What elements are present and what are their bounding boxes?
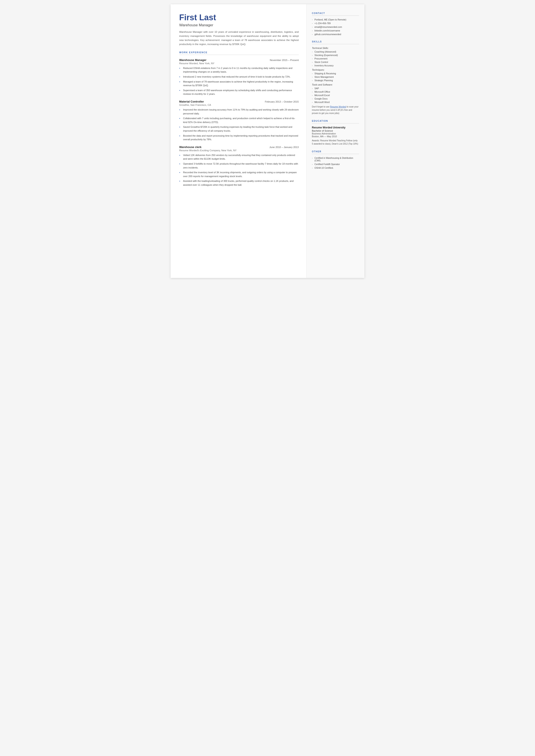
bullet-2-3: Saved Growthsi $720K in quarterly trucki… [179,125,299,133]
skill-shipping-receiving: Shipping & Receiving [312,72,359,75]
bullet-3-4: Assisted with the loading/unloading of 3… [179,179,299,187]
skill-strategic-planning: Strategic Planning [312,79,359,82]
skills-heading: SKILLS [312,40,359,44]
job-dates-1: November 2015 – Present [270,59,299,61]
other-item-2: Certified Forklift Operator [312,163,359,165]
other-item-1: Certified in Warehousing & Distribution … [312,157,359,162]
skill-ms-word: Microsoft Word [312,101,359,103]
skill-sap: SAP [312,87,359,90]
contact-section: CONTACT Portland, ME (Open to Remote) +1… [312,12,359,36]
bullet-3-3: Recorded the inventory level of 3K incom… [179,171,299,178]
contact-location: Portland, ME (Open to Remote) [312,18,359,21]
bullet-2-1: Improved the stockroom issuing accuracy … [179,108,299,115]
skill-coaching: Coaching (Advanced) [312,50,359,53]
job-dates-3: June 2010 – January 2013 [269,146,299,148]
promo-text-block: Don't forget to use Resume Worded to sca… [312,105,359,115]
skill-google-docs: Google Docs [312,97,359,100]
education-heading: EDUCATION [312,120,359,124]
education-section: EDUCATION Resume Worded University Bache… [312,120,359,145]
bullet-1-4: Supervised a team of 350 warehouse emplo… [179,89,299,96]
other-item-3: OSHA 10 Certified. [312,166,359,169]
edu-degree: Bachelor of Science [312,130,359,132]
right-column: CONTACT Portland, ME (Open to Remote) +1… [306,4,364,278]
contact-email: email@resumeworded.com [312,26,359,28]
job-bullets-3: Vetted 12K deliveries from 250 vendors b… [179,153,299,187]
job-dates-2: February 2013 – October 2015 [265,101,299,103]
job-company-1: Resume Worded, New York, NY [179,62,299,65]
job-title-2: Material Controller [179,100,204,103]
contact-heading: CONTACT [312,12,359,16]
edu-school: Resume Worded University [312,126,359,129]
job-title-1: Warehouse Manager [179,58,207,62]
skills-category-2: Techniques: [312,69,359,71]
promo-prefix: Don't forget to use [312,105,330,108]
bullet-3-2: Operated 3 forklifts to move 72.5K produ… [179,162,299,169]
bullet-1-1: Reduced OSHA violations from 7 in 2 year… [179,66,299,74]
contact-github: github.com/resumeworded [312,33,359,36]
candidate-name: First Last [179,13,299,22]
skills-category-1: Technical Skills: [312,47,359,49]
job-block-3: Warehouse clerk June 2010 – January 2013… [179,145,299,187]
contact-linkedin: linkedin.com/in/username [312,29,359,32]
edu-awards: Awards: Resume Worded Teaching Fellow (o… [312,139,359,145]
job-bullets-1: Reduced OSHA violations from 7 in 2 year… [179,66,299,96]
skill-stock-control: Stock Control [312,61,359,63]
edu-field: Business Administration [312,132,359,135]
work-experience-heading: WORK EXPERIENCE [179,51,299,55]
contact-phone: +1-234-456-789 [312,22,359,25]
edu-location: Boston, MA — May 2010 [312,135,359,138]
skills-category-3: Tools and Software: [312,83,359,86]
job-title-3: Warehouse clerk [179,145,202,149]
resume-page: First Last Warehouse Manager Warehouse M… [171,4,364,278]
promo-link[interactable]: Resume Worded [330,105,346,108]
summary-text: Warehouse Manager with over 10 years of … [179,30,299,46]
skill-procurement: Procurement [312,57,359,60]
job-company-3: Resume Worded's Exciting Company, New Yo… [179,149,299,152]
skill-inventory-accuracy: Inventory Accuracy [312,64,359,67]
left-column: First Last Warehouse Manager Warehouse M… [171,4,306,278]
job-bullets-2: Improved the stockroom issuing accuracy … [179,108,299,142]
bullet-2-4: Boosted the data and report processing t… [179,134,299,142]
bullet-1-3: Managed a team of 78 warehouse associate… [179,80,299,87]
other-heading: OTHER [312,150,359,154]
job-header-1: Warehouse Manager November 2015 – Presen… [179,58,299,62]
bullet-3-1: Vetted 12K deliveries from 250 vendors b… [179,153,299,161]
skill-ms-excel: Microsoft Excel [312,94,359,97]
job-block-1: Warehouse Manager November 2015 – Presen… [179,58,299,96]
job-company-2: Growthsi, San Francisco, CA [179,103,299,106]
job-header-3: Warehouse clerk June 2010 – January 2013 [179,145,299,149]
other-section: OTHER Certified in Warehousing & Distrib… [312,150,359,169]
skill-ms-office: Microsoft Office [312,91,359,93]
job-header-2: Material Controller February 2013 – Octo… [179,100,299,103]
skill-stocking: Stocking (Experienced) [312,54,359,56]
job-block-2: Material Controller February 2013 – Octo… [179,100,299,142]
skill-store-management: Store Management [312,75,359,78]
bullet-1-2: Introduced 2 new inventory systems that … [179,75,299,79]
bullet-2-2: Collaborated with 7 units including purc… [179,117,299,124]
candidate-title: Warehouse Manager [179,23,299,27]
skills-section: SKILLS Technical Skills: Coaching (Advan… [312,40,359,115]
